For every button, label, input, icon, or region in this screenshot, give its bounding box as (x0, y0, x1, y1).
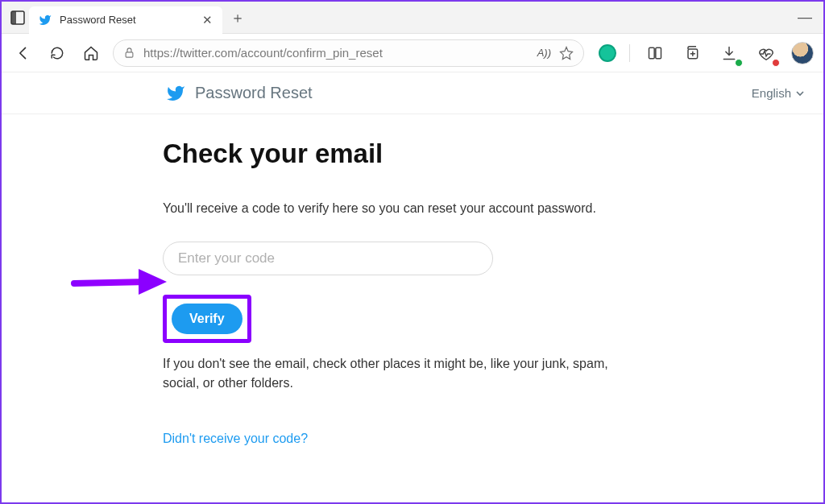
language-selector[interactable]: English (752, 86, 804, 100)
profile-avatar[interactable] (791, 42, 814, 64)
browser-titlebar: Password Reset ✕ ＋ — (2, 2, 823, 34)
grammarly-icon[interactable] (599, 44, 616, 62)
main-content: Check your email You'll receive a code t… (2, 114, 614, 446)
page-header: Password Reset English (2, 72, 823, 114)
verify-button[interactable]: Verify (172, 304, 243, 334)
brand: Password Reset (166, 84, 313, 103)
refresh-button[interactable] (45, 41, 69, 65)
minimize-icon[interactable]: — (798, 9, 812, 26)
back-button[interactable] (11, 41, 35, 65)
svg-rect-4 (656, 48, 661, 58)
browser-toolbar: https://twitter.com/account/confirm_pin_… (2, 34, 823, 72)
address-bar[interactable]: https://twitter.com/account/confirm_pin_… (113, 39, 584, 67)
close-tab-icon[interactable]: ✕ (202, 13, 213, 27)
language-label: English (752, 86, 791, 100)
brand-title: Password Reset (195, 84, 313, 102)
chevron-down-icon (796, 89, 804, 97)
home-button[interactable] (79, 41, 103, 65)
read-aloud-icon[interactable]: A)) (537, 47, 551, 59)
resend-code-link[interactable]: Didn't receive your code? (163, 432, 308, 445)
page-subtext: You'll receive a code to verify here so … (163, 201, 614, 216)
tab-title: Password Reset (60, 14, 136, 26)
new-tab-button[interactable]: ＋ (222, 8, 253, 27)
svg-rect-1 (11, 11, 16, 24)
downloads-icon[interactable] (717, 41, 741, 65)
svg-rect-2 (126, 52, 133, 57)
svg-rect-3 (649, 48, 655, 58)
url-text: https://twitter.com/account/confirm_pin_… (143, 46, 529, 60)
twitter-icon (39, 14, 52, 27)
favorite-icon[interactable] (559, 46, 574, 60)
divider (629, 44, 630, 62)
split-screen-icon[interactable] (643, 41, 667, 65)
tab-actions-icon[interactable] (6, 6, 29, 29)
page-heading: Check your email (163, 138, 614, 169)
browser-health-icon[interactable] (754, 41, 778, 65)
folder-note: If you don't see the email, check other … (163, 354, 614, 393)
code-input[interactable] (163, 242, 493, 275)
verify-highlight: Verify (163, 295, 251, 343)
browser-tab[interactable]: Password Reset ✕ (29, 6, 222, 34)
lock-icon (123, 47, 135, 59)
window-controls: — (798, 9, 823, 26)
collections-icon[interactable] (680, 41, 704, 65)
twitter-logo-icon (166, 84, 185, 103)
